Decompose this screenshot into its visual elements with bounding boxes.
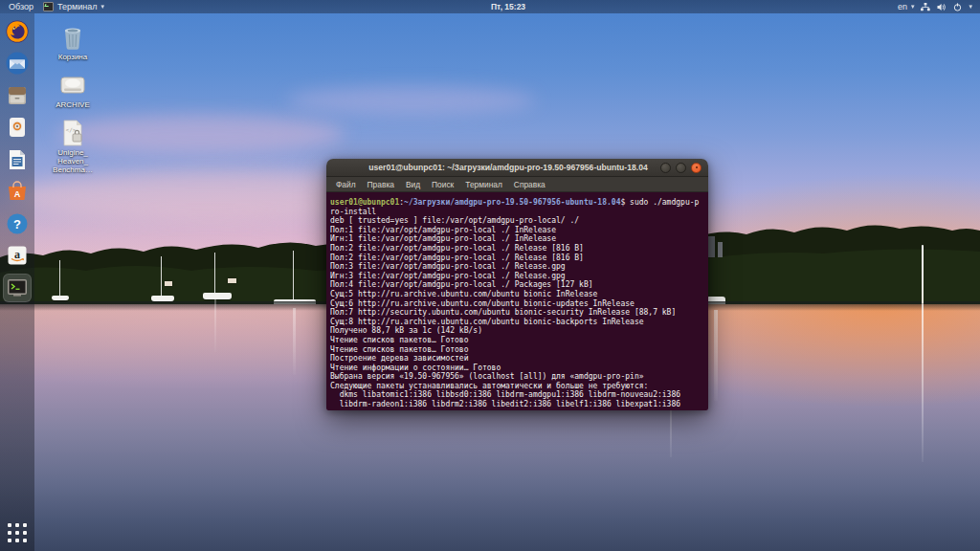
terminal-line: Выбрана версия «19.50-967956» (localhost… bbox=[330, 372, 704, 382]
desktop-icon-unigine-file[interactable]: </> Unigine_ Heaven_ Benchma… bbox=[42, 119, 103, 174]
rhythmbox-icon[interactable] bbox=[3, 113, 32, 142]
desktop-icon-label: ARCHIVE bbox=[56, 100, 90, 109]
terminal-line: Игн:1 file:/var/opt/amdgpu-pro-local ./ … bbox=[330, 234, 704, 244]
terminal-line: libdrm-radeon1:i386 libdrm2:i386 libedit… bbox=[330, 400, 704, 409]
terminal-window: user01@ubunpc01: ~/Загрузки/amdgpu-pro-1… bbox=[326, 159, 708, 410]
chevron-down-icon: ▾ bbox=[100, 3, 104, 11]
window-controls bbox=[652, 163, 708, 173]
terminal-line: ro-install bbox=[330, 208, 704, 217]
keyboard-layout-menu[interactable]: en ▾ bbox=[898, 0, 915, 13]
wallpaper-pole-reflection bbox=[922, 304, 924, 462]
amazon-icon[interactable]: a bbox=[3, 241, 32, 270]
sailboat-mast bbox=[161, 256, 162, 297]
activities-label: Обзор bbox=[9, 2, 33, 11]
maximize-button[interactable] bbox=[676, 163, 686, 173]
svg-text:A: A bbox=[14, 189, 21, 199]
activities-button[interactable]: Обзор bbox=[9, 0, 33, 13]
terminal-line: Сущ:6 http://ru.archive.ubuntu.com/ubunt… bbox=[330, 299, 704, 309]
menu-item-1[interactable]: Правка bbox=[363, 178, 399, 191]
power-icon[interactable] bbox=[953, 3, 962, 11]
top-bar: Обзор Терминал ▾ Пт, 15:23 en ▾ ▾ bbox=[0, 0, 980, 13]
clock[interactable]: Пт, 15:23 bbox=[491, 0, 525, 13]
terminal-line: Пол:3 file:/var/opt/amdgpu-pro-local ./ … bbox=[330, 262, 704, 272]
sailboat-mast bbox=[59, 260, 60, 297]
desktop-icon-label: Корзина bbox=[58, 53, 87, 61]
label-line: Unigine_ bbox=[53, 148, 93, 157]
terminal-line: dkms libatomic1:i386 libbsd0:i386 libdrm… bbox=[330, 390, 704, 400]
terminal-line: Чтение списков пакетов… Готово bbox=[330, 336, 704, 345]
files-icon[interactable] bbox=[3, 81, 32, 110]
help-icon[interactable]: ? bbox=[3, 209, 32, 238]
wallpaper-boat-reflection bbox=[293, 308, 296, 375]
wallpaper-pole bbox=[922, 245, 924, 304]
menu-item-5[interactable]: Справка bbox=[509, 178, 550, 191]
wallpaper-boat-reflection bbox=[714, 310, 718, 401]
terminal-menubar: ФайлПравкаВидПоискТерминалСправка bbox=[326, 177, 708, 192]
menu-item-4[interactable]: Терминал bbox=[460, 178, 507, 191]
sailboat-mast bbox=[214, 253, 215, 294]
svg-text:?: ? bbox=[13, 216, 21, 231]
desktop-icon-column: Корзина ARCHIVE </> Unigine_ Heaven_ Ben… bbox=[42, 23, 103, 174]
terminal-app-icon bbox=[43, 2, 54, 11]
show-applications-icon[interactable] bbox=[5, 520, 30, 545]
terminal-line: Сущ:5 http://ru.archive.ubuntu.com/ubunt… bbox=[330, 290, 704, 299]
trash-icon bbox=[58, 23, 87, 52]
app-menu[interactable]: Терминал ▾ bbox=[43, 0, 104, 13]
desktop-icon-label: Unigine_ Heaven_ Benchma… bbox=[53, 148, 93, 174]
sailboat-mast bbox=[293, 251, 294, 300]
terminal-line: Игн:3 file:/var/opt/amdgpu-pro-local ./ … bbox=[330, 272, 704, 281]
terminal-line: Пол:4 file:/var/opt/amdgpu-pro-local ./ … bbox=[330, 280, 704, 290]
volume-icon[interactable] bbox=[937, 3, 947, 11]
close-button[interactable] bbox=[691, 163, 702, 173]
keyboard-layout-label: en bbox=[898, 2, 907, 11]
desktop-icon-archive[interactable]: ARCHIVE bbox=[42, 71, 103, 109]
label-line: Heaven_ bbox=[53, 157, 93, 165]
terminal-line: user01@ubunpc01:~/Загрузки/amdgpu-pro-19… bbox=[330, 198, 704, 208]
wallpaper-boat-reflection bbox=[214, 299, 216, 352]
menu-item-0[interactable]: Файл bbox=[331, 178, 361, 191]
ubuntu-software-icon[interactable]: A bbox=[3, 177, 32, 206]
firefox-icon[interactable] bbox=[3, 17, 32, 46]
terminal-line: Получено 88,7 kB за 1с (142 kB/s) bbox=[330, 326, 704, 336]
wallpaper-house bbox=[165, 281, 172, 286]
terminal-line: Пол:2 file:/var/opt/amdgpu-pro-local ./ … bbox=[330, 253, 704, 263]
terminal-icon[interactable] bbox=[3, 274, 32, 302]
minimize-button[interactable] bbox=[660, 163, 671, 173]
network-wired-icon[interactable] bbox=[921, 3, 930, 11]
terminal-line: Построение дерева зависимостей bbox=[330, 354, 704, 364]
system-menu-chevron-icon[interactable]: ▾ bbox=[969, 3, 972, 11]
label-line: Benchma… bbox=[53, 165, 93, 174]
desktop-icon-trash[interactable]: Корзина bbox=[42, 23, 103, 61]
sailboat bbox=[203, 293, 232, 299]
terminal-line: Сущ:8 http://ru.archive.ubuntu.com/ubunt… bbox=[330, 318, 704, 327]
chevron-down-icon: ▾ bbox=[911, 3, 915, 11]
terminal-line: Чтение информации о состоянии… Готово bbox=[330, 364, 704, 373]
libreoffice-writer-icon[interactable] bbox=[3, 145, 32, 174]
terminal-line: Следующие пакеты устанавливались автомат… bbox=[330, 382, 704, 391]
terminal-line: Пол:7 http://security.ubuntu.com/ubuntu … bbox=[330, 308, 704, 318]
dock: A ? a bbox=[0, 13, 34, 551]
script-file-icon: </> bbox=[58, 119, 87, 147]
sailboat bbox=[52, 296, 69, 300]
wallpaper-cloud bbox=[287, 86, 536, 115]
menu-item-2[interactable]: Вид bbox=[401, 178, 425, 191]
terminal-line: Пол:2 file:/var/opt/amdgpu-pro-local ./ … bbox=[330, 244, 704, 253]
terminal-line: Пол:1 file:/var/opt/amdgpu-pro-local ./ … bbox=[330, 226, 704, 235]
app-menu-label: Терминал bbox=[57, 2, 97, 11]
thunderbird-icon[interactable] bbox=[3, 49, 32, 77]
terminal-titlebar[interactable]: user01@ubunpc01: ~/Загрузки/amdgpu-pro-1… bbox=[326, 159, 708, 177]
drive-icon bbox=[58, 71, 87, 99]
menu-item-3[interactable]: Поиск bbox=[427, 178, 458, 191]
svg-text:a: a bbox=[14, 248, 20, 261]
wallpaper-house bbox=[228, 278, 236, 283]
terminal-output[interactable]: user01@ubunpc01:~/Загрузки/amdgpu-pro-19… bbox=[326, 192, 708, 410]
terminal-line: deb [ trusted=yes ] file:/var/opt/amdgpu… bbox=[330, 216, 704, 226]
window-title: user01@ubunpc01: ~/Загрузки/amdgpu-pro-1… bbox=[326, 163, 652, 172]
terminal-line: Чтение списков пакетов… Готово bbox=[330, 345, 704, 355]
